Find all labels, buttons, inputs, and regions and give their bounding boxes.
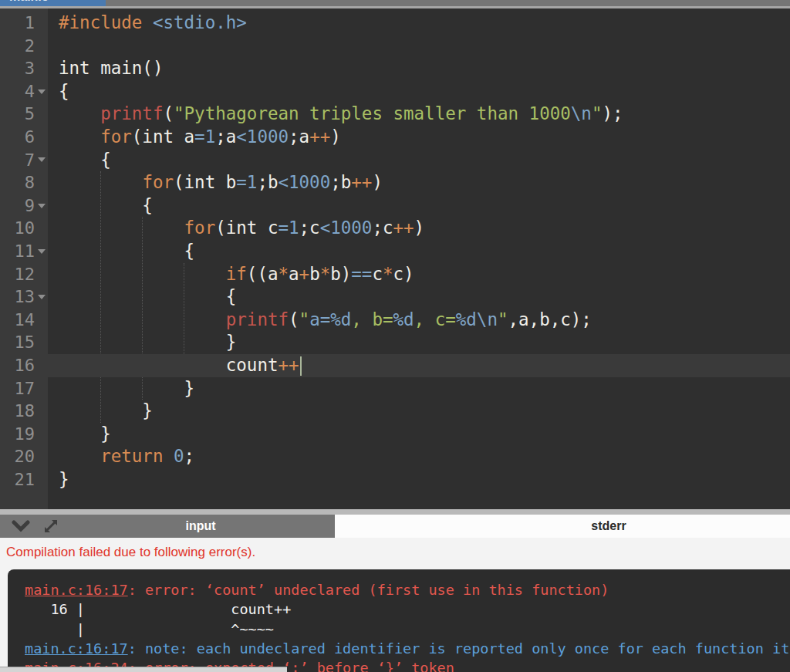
code-token: ;c <box>372 218 393 238</box>
code-token: b) <box>330 264 351 284</box>
line-number-19[interactable]: 19 <box>0 423 48 446</box>
line-number-7[interactable]: 7 <box>0 149 48 172</box>
code-token: if <box>226 264 247 284</box>
code-line-2[interactable]: 2 <box>0 35 790 58</box>
console-horizontal-scrollbar[interactable] <box>0 667 287 672</box>
code-token: (int b <box>174 172 236 192</box>
file-tab[interactable]: main.c <box>0 0 106 6</box>
line-number-4[interactable]: 4 <box>0 80 48 103</box>
code-line-10[interactable]: 10 for(int c=1;c<1000;c++) <box>0 217 790 240</box>
code-token: a=%d <box>309 309 351 329</box>
line-number-16[interactable]: 16 <box>0 354 48 377</box>
code-token: ++ <box>309 127 330 147</box>
code-token: * <box>278 264 289 284</box>
line-number-label: 20 <box>15 445 35 468</box>
code-line-text: } <box>48 331 790 354</box>
code-line-9[interactable]: 9 { <box>0 194 790 218</box>
code-token: + <box>299 264 310 284</box>
line-number-11[interactable]: 11 <box>0 240 48 263</box>
line-number-17[interactable]: 17 <box>0 377 48 400</box>
collapse-panel-chevron-down-icon[interactable] <box>11 520 31 532</box>
code-line-18[interactable]: 18 } <box>0 400 790 423</box>
code-line-text: for(int a=1;a<1000;a++) <box>48 126 790 149</box>
code-line-21[interactable]: 21} <box>0 468 790 491</box>
code-line-14[interactable]: 14 printf("a=%d, b=%d, c=%d\n",a,b,c); <box>0 309 790 332</box>
code-line-4[interactable]: 4{ <box>0 80 790 103</box>
console-text: 16 | count++ <box>25 601 291 617</box>
fold-arrow-icon[interactable] <box>38 204 46 208</box>
code-line-5[interactable]: 5 printf("Pythagorean triples smaller th… <box>0 103 790 126</box>
code-line-1[interactable]: 1#include <stdio.h> <box>0 12 790 35</box>
line-number-label: 17 <box>15 377 35 400</box>
console-output[interactable]: main.c:16:17: error: ‘count’ undeclared … <box>8 569 790 672</box>
code-line-17[interactable]: 17 } <box>0 377 790 400</box>
console-text: : note: each undeclared identifier is re… <box>128 640 790 657</box>
line-number-8[interactable]: 8 <box>0 171 48 194</box>
line-number-14[interactable]: 14 <box>0 309 48 332</box>
line-number-2[interactable]: 2 <box>0 35 48 58</box>
code-line-text: } <box>48 377 790 400</box>
line-number-9[interactable]: 9 <box>0 194 48 218</box>
tab-input[interactable]: input <box>66 515 335 538</box>
line-number-6[interactable]: 6 <box>0 126 48 149</box>
line-number-5[interactable]: 5 <box>0 103 48 126</box>
line-number-label: 18 <box>15 400 35 423</box>
code-line-3[interactable]: 3int main() <box>0 57 790 80</box>
code-token <box>59 264 226 284</box>
line-number-18[interactable]: 18 <box>0 400 48 423</box>
error-location-link[interactable]: main.c:16:17 <box>25 640 128 657</box>
code-token <box>59 446 100 466</box>
code-line-text: for(int b=1;b<1000;b++) <box>48 171 790 194</box>
code-line-16[interactable]: 16 count++ <box>0 354 790 377</box>
error-location-link[interactable]: main.c:16:17 <box>25 582 128 598</box>
expand-panel-icon[interactable] <box>42 517 60 535</box>
line-number-label: 7 <box>25 149 35 172</box>
code-token: "Pythagorean triples smaller than 1000 <box>174 103 571 123</box>
fold-arrow-icon[interactable] <box>38 157 46 162</box>
code-token: { <box>59 81 69 101</box>
line-number-label: 19 <box>15 423 35 446</box>
code-token <box>59 218 184 238</box>
fold-arrow-icon[interactable] <box>38 295 46 299</box>
code-line-6[interactable]: 6 for(int a=1;a<1000;a++) <box>0 126 790 149</box>
fold-arrow-icon[interactable] <box>38 249 46 254</box>
code-token: ); <box>602 103 623 123</box>
line-number-13[interactable]: 13 <box>0 285 48 309</box>
code-token: for <box>100 127 132 147</box>
code-token: 0 <box>174 446 184 466</box>
line-number-20[interactable]: 20 <box>0 445 48 468</box>
line-number-label: 2 <box>25 35 35 58</box>
code-editor[interactable]: 1#include <stdio.h>23int main()4{5 print… <box>0 8 790 509</box>
code-line-15[interactable]: 15 } <box>0 331 790 354</box>
code-line-text: { <box>48 285 790 309</box>
tab-stderr[interactable]: stderr <box>335 515 790 538</box>
code-line-12[interactable]: 12 if((a*a+b*b)==c*c) <box>0 263 790 286</box>
line-number-10[interactable]: 10 <box>0 217 48 240</box>
code-token: #include <box>59 12 153 32</box>
line-number-label: 15 <box>15 331 35 354</box>
console-line-2: 16 | count++ <box>25 599 790 619</box>
line-number-3[interactable]: 3 <box>0 57 48 80</box>
code-token: c) <box>393 264 414 284</box>
line-number-12[interactable]: 12 <box>0 263 48 286</box>
fold-arrow-icon[interactable] <box>38 89 46 94</box>
code-line-7[interactable]: 7 { <box>0 149 790 172</box>
code-line-13[interactable]: 13 { <box>0 285 790 309</box>
panel-splitter[interactable] <box>0 509 790 515</box>
line-number-21[interactable]: 21 <box>0 468 48 491</box>
line-number-label: 14 <box>15 309 35 332</box>
code-line-20[interactable]: 20 return 0; <box>0 445 790 468</box>
line-number-label: 9 <box>25 194 35 218</box>
code-line-11[interactable]: 11 { <box>0 240 790 263</box>
code-line-8[interactable]: 8 for(int b=1;b<1000;b++) <box>0 171 790 194</box>
code-token: ) <box>414 218 425 238</box>
line-number-1[interactable]: 1 <box>0 12 48 35</box>
code-token: =1 <box>278 218 299 238</box>
code-line-text: } <box>48 400 790 423</box>
code-token: } <box>59 400 153 420</box>
code-token: <1000 <box>278 172 330 192</box>
code-token: , <box>414 309 435 329</box>
code-token: ((a <box>247 264 279 284</box>
line-number-15[interactable]: 15 <box>0 331 48 354</box>
code-line-19[interactable]: 19 } <box>0 423 790 446</box>
